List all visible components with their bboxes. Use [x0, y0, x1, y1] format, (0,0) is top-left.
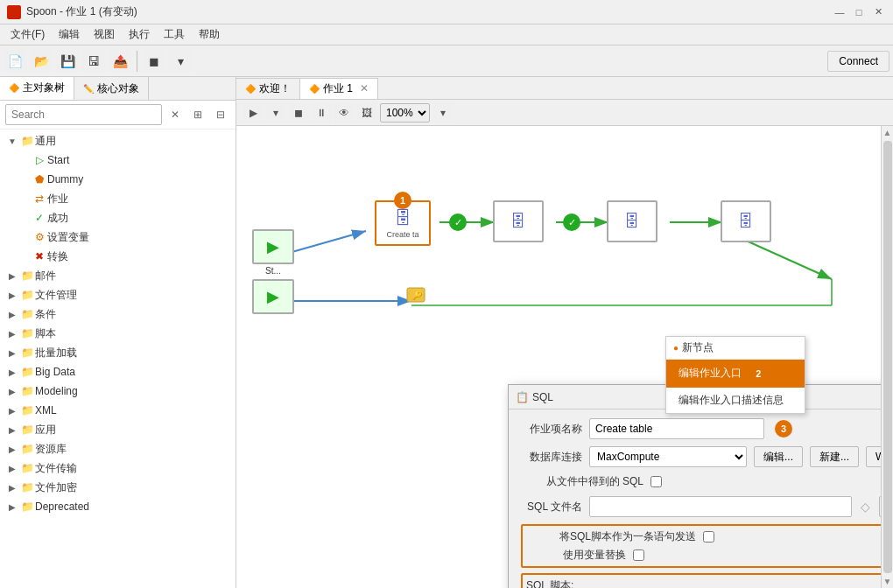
canvas-node-start2[interactable]: ▶	[252, 279, 294, 314]
canvas-play[interactable]: ▶	[243, 103, 263, 122]
tree-cat-modeling[interactable]: ▶ 📁 Modeling	[0, 382, 236, 401]
search-expand-button[interactable]: ⊞	[188, 105, 207, 124]
send-single-highlight: 4 将SQL脚本作为一条语句发送 使用变量替换	[521, 524, 893, 568]
send-single-checkbox[interactable]	[703, 531, 714, 542]
search-input[interactable]	[5, 104, 162, 125]
dummy-icon: ⬟	[32, 172, 47, 187]
zoom-select[interactable]: 100% 50% 75% 150% 200%	[380, 103, 430, 122]
canvas-node-create-table[interactable]: 1 🗄 Create ta	[375, 200, 431, 248]
start-node-label: St...	[265, 266, 281, 276]
tree-label-script: 脚本	[35, 326, 56, 341]
folder-icon-condition: 📁	[19, 306, 35, 322]
tree-node-dummy[interactable]: ⬟ Dummy	[0, 170, 236, 189]
tree-node-setvars[interactable]: ⚙ 设置变量	[0, 228, 236, 247]
folder-icon-repo: 📁	[19, 441, 35, 457]
toolbar-layers[interactable]: ◼	[143, 50, 165, 73]
canvas-node-2[interactable]: 🗄	[493, 200, 544, 242]
tree-cat-xml[interactable]: ▶ 📁 XML	[0, 401, 236, 420]
search-clear-button[interactable]: ✕	[165, 105, 185, 124]
menu-execute[interactable]: 执行	[122, 25, 157, 44]
tab-job1[interactable]: 🔶 作业 1 ✕	[300, 78, 378, 99]
new-connection-button[interactable]: 新建...	[810, 446, 859, 467]
maximize-button[interactable]: □	[851, 4, 867, 20]
create-table-node-icon: 🗄	[394, 208, 411, 228]
tree-arrow-bulk: ▶	[5, 346, 19, 360]
node3-icon: 🗄	[624, 213, 640, 231]
scroll-thumb[interactable]	[883, 141, 892, 573]
tree-cat-condition[interactable]: ▶ 📁 条件	[0, 304, 236, 324]
canvas-scrollbar-v[interactable]: ▲ ▼	[881, 126, 893, 588]
toolbar-saveas[interactable]: 🖫	[82, 50, 105, 73]
tree-cat-app[interactable]: ▶ 📁 应用	[0, 420, 236, 439]
canvas-toolbar: ▶ ▾ ◼ ⏸ 👁 🖼 100% 50% 75% 150% 200% ▾	[236, 100, 893, 126]
context-menu-edit-entry[interactable]: 编辑作业入口 2	[666, 360, 805, 388]
canvas-node-4[interactable]: 🗄	[721, 200, 771, 242]
tab-welcome[interactable]: 🔶 欢迎！	[236, 78, 300, 99]
sql-filename-input[interactable]	[589, 496, 852, 517]
close-button[interactable]: ✕	[870, 4, 886, 20]
db-connection-label: 数据库连接	[521, 450, 582, 465]
toolbar-export[interactable]: 📤	[109, 50, 131, 73]
tree-label-filemanage: 文件管理	[35, 288, 77, 303]
tree-cat-bigdata[interactable]: ▶ 📁 Big Data	[0, 362, 236, 382]
sql-filename-row: SQL 文件名 ◇ 浏览(B)...	[521, 496, 893, 517]
badge-3: 3	[775, 420, 792, 438]
menu-view[interactable]: 视图	[87, 25, 122, 44]
canvas-preview[interactable]: 👁	[334, 103, 354, 122]
canvas-save-image[interactable]: 🖼	[357, 103, 376, 122]
tab-main-objects[interactable]: 🔶 主对象树	[0, 77, 74, 100]
toolbar-dropdown[interactable]: ▾	[169, 50, 192, 73]
tree-cat-fileencrypt[interactable]: ▶ 📁 文件加密	[0, 478, 236, 497]
db-connection-row: 数据库连接 MaxCompute 编辑... 新建... Wizard...	[521, 446, 893, 467]
from-file-checkbox[interactable]	[650, 476, 662, 487]
edit-connection-button[interactable]: 编辑...	[754, 446, 803, 467]
canvas-play-dropdown[interactable]: ▾	[266, 103, 285, 122]
create-table-node-text: Create ta	[386, 230, 418, 239]
menu-tools[interactable]: 工具	[157, 25, 192, 44]
use-var-replace-checkbox[interactable]	[633, 550, 644, 561]
toolbar-open[interactable]: 📂	[30, 50, 53, 73]
search-row: ✕ ⊞ ⊟	[0, 101, 236, 130]
tree-node-start[interactable]: ▷ Start	[0, 150, 236, 170]
tab-core-objects[interactable]: ✏️ 核心对象	[74, 77, 149, 100]
db-connection-select[interactable]: MaxCompute	[589, 446, 747, 467]
canvas-stop[interactable]: ◼	[289, 103, 308, 122]
context-menu-edit-desc[interactable]: 编辑作业入口描述信息	[666, 388, 805, 413]
tree-node-job[interactable]: ⇄ 作业	[0, 189, 236, 208]
tree-cat-script[interactable]: ▶ 📁 脚本	[0, 324, 236, 343]
tree-root-general[interactable]: ▼ 📁 通用	[0, 131, 236, 150]
tab-bar: 🔶 欢迎！ 🔶 作业 1 ✕	[236, 77, 893, 100]
tree-cat-filemanage[interactable]: ▶ 📁 文件管理	[0, 285, 236, 304]
tree-cat-filetransfer[interactable]: ▶ 📁 文件传输	[0, 458, 236, 478]
connect-button[interactable]: Connect	[827, 51, 889, 72]
job1-tab-close[interactable]: ✕	[360, 82, 369, 94]
tree-node-transform[interactable]: ✖ 转换	[0, 247, 236, 266]
canvas-node-start[interactable]: ▶ St...	[252, 229, 294, 276]
folder-icon-general: 📁	[19, 133, 35, 149]
menubar: 文件(F) 编辑 视图 执行 工具 帮助	[0, 24, 893, 46]
search-collapse-button[interactable]: ⊟	[211, 105, 230, 124]
menu-file[interactable]: 文件(F)	[4, 25, 52, 44]
scroll-down-arrow[interactable]: ▼	[883, 577, 892, 586]
toolbar-new[interactable]: 📄	[4, 50, 26, 73]
canvas-zoom-dropdown[interactable]: ▾	[433, 103, 453, 122]
minimize-button[interactable]: —	[832, 4, 847, 20]
canvas-area[interactable]: 🔑 ▶ St... 1 🗄 Creat	[236, 126, 893, 588]
tree-cat-repo[interactable]: ▶ 📁 资源库	[0, 439, 236, 458]
scroll-up-arrow[interactable]: ▲	[883, 128, 892, 137]
job-entry-name-input[interactable]	[589, 418, 764, 439]
tree-arrow-modeling: ▶	[5, 384, 19, 398]
tree-cat-deprecated[interactable]: ▶ 📁 Deprecated	[0, 497, 236, 516]
menu-help[interactable]: 帮助	[192, 25, 227, 44]
tree-arrow-condition: ▶	[5, 307, 19, 321]
tree-cat-mail[interactable]: ▶ 📁 邮件	[0, 266, 236, 285]
canvas-pause[interactable]: ⏸	[312, 103, 331, 122]
node2-icon: 🗄	[510, 213, 526, 231]
context-menu-edit-label: 编辑作业入口	[679, 367, 742, 379]
titlebar-controls[interactable]: — □ ✕	[832, 4, 886, 20]
tree-node-success[interactable]: ✓ 成功	[0, 208, 236, 228]
tree-cat-bulk[interactable]: ▶ 📁 批量加载	[0, 343, 236, 362]
canvas-node-3[interactable]: 🗄	[607, 200, 657, 242]
menu-edit[interactable]: 编辑	[52, 25, 87, 44]
toolbar-save[interactable]: 💾	[56, 50, 79, 73]
